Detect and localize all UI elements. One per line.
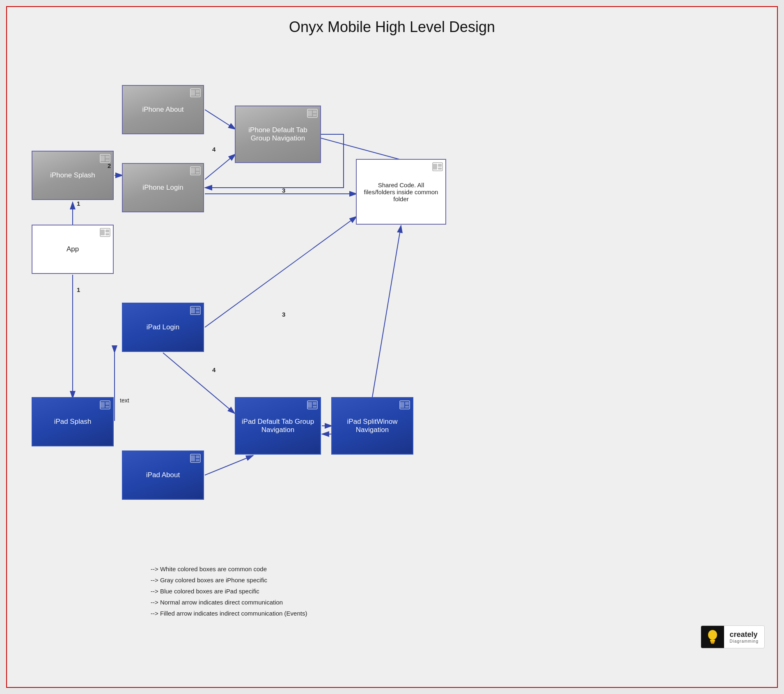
svg-rect-39 bbox=[105, 406, 109, 408]
ipad-about-box: iPad About bbox=[122, 450, 204, 500]
shared-code-box: Shared Code. All files/folders inside co… bbox=[356, 159, 446, 225]
ipad-nav-box: iPad Default Tab Group Navigation bbox=[235, 397, 321, 455]
svg-rect-34 bbox=[105, 230, 109, 232]
label-3b: 3 bbox=[282, 311, 285, 318]
label-1b: 1 bbox=[77, 286, 80, 293]
svg-rect-60 bbox=[433, 164, 437, 170]
ipad-login-box: iPad Login bbox=[122, 303, 204, 352]
svg-line-6 bbox=[205, 110, 236, 129]
lightbulb-icon bbox=[706, 629, 719, 645]
page-title: Onyx Mobile High Level Design bbox=[7, 7, 777, 40]
svg-rect-63 bbox=[711, 641, 715, 643]
legend-line-4: --> Normal arrow indicates direct commun… bbox=[151, 597, 307, 608]
svg-rect-43 bbox=[196, 311, 199, 313]
component-icon bbox=[190, 306, 201, 315]
iphone-splash-box: iPhone Splash bbox=[32, 151, 114, 200]
creately-badge-text: creately Diagramming bbox=[724, 628, 764, 646]
component-icon bbox=[100, 154, 110, 163]
ipad-split-box: iPad SplitWinow Navigation bbox=[331, 397, 413, 455]
diagram-area: iPhone Splash iPhone About iPhone Login bbox=[7, 40, 777, 656]
svg-line-15 bbox=[372, 225, 401, 397]
svg-line-12 bbox=[205, 455, 253, 475]
component-icon bbox=[190, 88, 201, 97]
svg-line-11 bbox=[163, 353, 235, 414]
iphone-about-box: iPhone About bbox=[122, 85, 204, 134]
svg-rect-48 bbox=[191, 455, 195, 461]
svg-rect-36 bbox=[101, 230, 105, 235]
svg-rect-30 bbox=[313, 110, 316, 113]
svg-rect-46 bbox=[196, 455, 199, 458]
svg-rect-62 bbox=[710, 640, 715, 641]
svg-rect-50 bbox=[313, 402, 316, 405]
svg-rect-28 bbox=[191, 168, 195, 174]
svg-rect-47 bbox=[196, 459, 199, 461]
svg-rect-59 bbox=[438, 168, 442, 170]
iphone-nav-box: iPhone Default Tab Group Navigation bbox=[235, 106, 321, 163]
svg-rect-23 bbox=[196, 94, 199, 96]
label-4b: 4 bbox=[212, 366, 215, 373]
svg-rect-27 bbox=[196, 172, 199, 174]
component-icon bbox=[100, 228, 110, 237]
svg-rect-20 bbox=[101, 156, 105, 161]
svg-rect-19 bbox=[105, 159, 109, 161]
component-icon bbox=[190, 454, 201, 463]
legend-line-3: --> Blue colored boxes are iPad specific bbox=[151, 586, 307, 597]
legend-line-2: --> Gray colored boxes are iPhone specif… bbox=[151, 575, 307, 586]
svg-rect-44 bbox=[191, 308, 195, 313]
svg-rect-35 bbox=[105, 233, 109, 235]
label-4a: 4 bbox=[212, 146, 215, 153]
svg-rect-51 bbox=[313, 406, 316, 408]
svg-line-7 bbox=[205, 154, 236, 179]
legend-line-1: --> White colored boxes are common code bbox=[151, 563, 307, 575]
text-label: text bbox=[120, 397, 129, 404]
main-container: Onyx Mobile High Level Design bbox=[6, 6, 778, 688]
ipad-splash-box: iPad Splash bbox=[32, 397, 114, 446]
svg-point-61 bbox=[708, 630, 717, 640]
svg-rect-38 bbox=[105, 402, 109, 405]
svg-rect-58 bbox=[438, 164, 442, 167]
svg-rect-42 bbox=[196, 308, 199, 310]
svg-rect-31 bbox=[313, 114, 316, 116]
svg-rect-54 bbox=[405, 402, 409, 405]
svg-rect-55 bbox=[405, 406, 409, 408]
svg-rect-22 bbox=[196, 90, 199, 93]
label-2: 2 bbox=[108, 162, 111, 169]
svg-rect-40 bbox=[101, 402, 105, 408]
label-3a: 3 bbox=[282, 187, 285, 194]
svg-line-9 bbox=[205, 216, 357, 327]
legend: --> White colored boxes are common code … bbox=[151, 563, 307, 619]
component-icon bbox=[100, 400, 110, 409]
component-icon bbox=[307, 400, 318, 409]
app-box: App bbox=[32, 225, 114, 274]
iphone-login-box: iPhone Login bbox=[122, 163, 204, 212]
svg-rect-26 bbox=[196, 168, 199, 171]
component-icon bbox=[432, 162, 443, 171]
svg-rect-24 bbox=[191, 90, 195, 96]
svg-rect-52 bbox=[308, 402, 312, 408]
legend-line-5: --> Filled arrow indicates indirect comm… bbox=[151, 608, 307, 619]
svg-rect-64 bbox=[711, 643, 714, 644]
svg-rect-32 bbox=[308, 110, 312, 116]
creately-badge: creately Diagramming bbox=[701, 625, 765, 648]
svg-rect-56 bbox=[400, 402, 404, 408]
label-1a: 1 bbox=[77, 200, 80, 207]
svg-rect-18 bbox=[105, 156, 109, 159]
component-icon bbox=[399, 400, 410, 409]
component-icon bbox=[307, 109, 318, 118]
creately-badge-icon bbox=[701, 626, 724, 648]
component-icon bbox=[190, 166, 201, 175]
